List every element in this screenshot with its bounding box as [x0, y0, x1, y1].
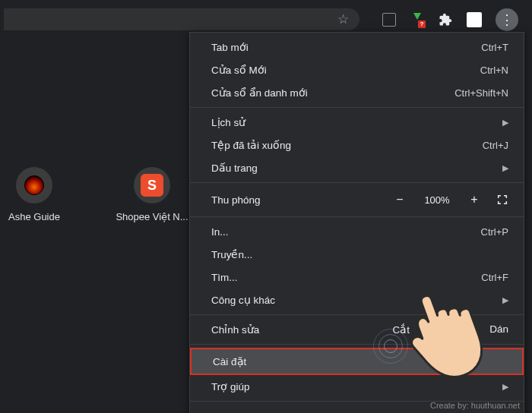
extensions-icon[interactable]	[438, 12, 453, 27]
browser-toolbar: ? ⋮	[365, 8, 521, 30]
menu-history[interactable]: Lịch sử ▶	[190, 111, 524, 134]
menu-item-accel: Ctrl+F	[481, 272, 508, 283]
menu-item-label: Chỉnh sửa	[211, 323, 392, 336]
menu-item-accel: Ctrl+N	[480, 65, 508, 76]
chrome-main-menu: Tab mới Ctrl+T Cửa sổ Mới Ctrl+N Cửa sổ …	[189, 32, 524, 413]
reader-mode-icon[interactable]	[382, 12, 397, 27]
shortcut-icon: S	[134, 167, 170, 203]
menu-edit-row: Chỉnh sửa Cắt chép Dán	[190, 318, 524, 341]
menu-item-label: Thu phóng	[211, 194, 394, 206]
edit-paste-button[interactable]: Dán	[489, 323, 508, 336]
download-badge: ?	[418, 20, 426, 28]
menu-item-accel: Ctrl+P	[481, 226, 508, 238]
menu-bookmarks[interactable]: Dấu trang ▶	[190, 156, 524, 179]
zoom-level: 100%	[422, 194, 452, 206]
menu-item-label: Thoát	[211, 411, 508, 414]
menu-new-window[interactable]: Cửa sổ Mới Ctrl+N	[190, 58, 524, 81]
submenu-arrow-icon: ▶	[495, 163, 508, 173]
shortcut-label: Ashe Guide	[0, 211, 80, 222]
menu-settings-highlight: Cài đặt	[190, 348, 524, 375]
ntp-shortcuts: Ashe Guide S Shopee Việt N...	[0, 167, 194, 222]
shortcut-icon	[16, 167, 52, 203]
menu-item-label: Dấu trang	[211, 162, 495, 174]
menu-downloads[interactable]: Tệp đã tải xuống Ctrl+J	[190, 134, 524, 156]
menu-settings[interactable]: Cài đặt	[192, 349, 522, 374]
menu-incognito[interactable]: Cửa sổ ẩn danh mới Ctrl+Shift+N	[190, 81, 524, 104]
menu-new-tab[interactable]: Tab mới Ctrl+T	[190, 36, 524, 58]
menu-zoom: Thu phóng − 100% +	[190, 186, 524, 213]
menu-item-label: In...	[211, 226, 481, 238]
download-extension-icon[interactable]: ?	[410, 13, 424, 27]
menu-item-label: Công cụ khác	[211, 294, 495, 306]
edit-cut-button[interactable]: Cắt	[392, 323, 410, 336]
menu-item-label: Tab mới	[211, 41, 481, 53]
menu-item-label: Truyền...	[211, 248, 508, 260]
submenu-arrow-icon: ▶	[495, 118, 508, 128]
omnibox[interactable]: ☆	[4, 8, 359, 30]
main-menu-button[interactable]: ⋮	[496, 8, 518, 31]
menu-item-label: Tệp đã tải xuống	[211, 139, 483, 151]
menu-cast[interactable]: Truyền...	[190, 243, 524, 266]
menu-item-label: Cài đặt	[213, 355, 507, 367]
menu-separator	[190, 182, 524, 183]
menu-item-accel: Ctrl+T	[481, 42, 508, 53]
menu-help[interactable]: Trợ giúp ▶	[190, 375, 524, 398]
menu-item-label: Tìm...	[211, 272, 481, 283]
menu-item-accel: Ctrl+Shift+N	[454, 87, 508, 99]
image-credit: Create by: huuthuan.net	[430, 401, 520, 410]
menu-separator	[190, 216, 524, 217]
menu-item-label: Trợ giúp	[211, 380, 495, 393]
zoom-in-button[interactable]: +	[469, 193, 480, 206]
shortcut-shopee[interactable]: S Shopee Việt N...	[110, 167, 194, 222]
zoom-out-button[interactable]: −	[394, 193, 405, 206]
menu-separator	[190, 344, 524, 345]
menu-print[interactable]: In... Ctrl+P	[190, 220, 524, 243]
menu-item-label: Cửa sổ Mới	[211, 64, 480, 76]
shortcut-ashe-guide[interactable]: Ashe Guide	[0, 167, 76, 222]
edit-copy-button[interactable]: chép	[439, 323, 461, 336]
menu-item-accel: Ctrl+J	[483, 140, 508, 151]
menu-item-label: Cửa sổ ẩn danh mới	[211, 87, 454, 99]
menu-find[interactable]: Tìm... Ctrl+F	[190, 266, 524, 288]
shortcut-label: Shopee Việt N...	[106, 211, 198, 222]
menu-separator	[190, 107, 524, 108]
menu-more-tools[interactable]: Công cụ khác ▶	[190, 288, 524, 311]
submenu-arrow-icon: ▶	[495, 295, 508, 305]
menu-item-label: Lịch sử	[211, 116, 495, 128]
fullscreen-icon[interactable]	[496, 194, 508, 206]
submenu-arrow-icon: ▶	[495, 382, 508, 392]
menu-separator	[190, 314, 524, 315]
profile-avatar[interactable]	[467, 12, 482, 27]
bookmark-star-icon[interactable]: ☆	[337, 11, 349, 27]
